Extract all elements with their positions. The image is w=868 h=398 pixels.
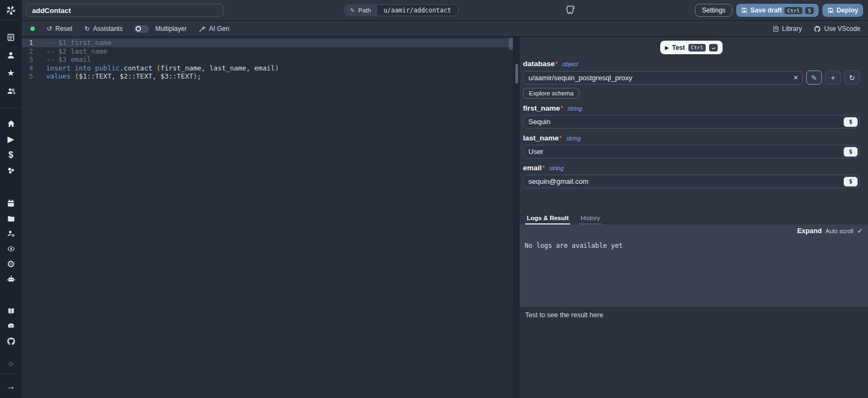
windmill-app: ★ ▶ $ ⚙ [0,0,868,398]
deploy-icon [827,7,834,14]
workers-icon[interactable] [0,226,22,241]
status-dot [30,27,35,31]
play-icon[interactable]: ▶ [0,131,22,147]
robot-icon[interactable] [0,272,22,287]
sidebar-divider [0,107,22,108]
undo-icon: ↺ [47,25,52,33]
field-type: string [567,105,582,112]
line-number: 2 [22,47,46,56]
insert-variable-button[interactable]: $ [844,147,858,157]
sun-icon[interactable]: ☼ [0,355,22,370]
tab-history[interactable]: History [579,215,602,224]
save-draft-button[interactable]: Save draft Ctrl S [736,4,819,17]
code-line[interactable]: 1-- $1 first_name [22,38,513,47]
required-asterisk: * [560,105,563,112]
plus-icon: + [831,74,835,82]
refresh-icon: ↻ [84,25,90,33]
users-icon[interactable] [0,82,22,100]
refresh-resource-button[interactable]: ↻ [844,70,860,85]
panel-splitter[interactable] [513,37,520,398]
script-title-input[interactable] [26,4,224,17]
save-icon [741,7,748,14]
list-icon[interactable] [0,28,22,46]
multiplayer-label: Multiplayer [155,25,187,33]
editor-toolbar: ↺ Reset ↻ Assistants Multiplayer AI Gen … [22,21,868,37]
tab-logs-result[interactable]: Logs & Result [525,215,570,224]
path-value: u/aamir/addcontact [376,4,458,16]
line-number: 5 [22,72,46,81]
explore-schema-button[interactable]: Explore schema [523,88,579,99]
folder-icon[interactable] [0,211,22,226]
insert-variable-button[interactable]: $ [844,117,858,127]
clear-icon[interactable]: × [794,73,798,83]
kbd-enter: ↵ [709,44,718,52]
home-icon[interactable] [0,115,22,131]
postgresql-icon [565,4,577,16]
expand-button[interactable]: Expand [797,227,821,235]
code-line[interactable]: 2-- $2 last_name [22,47,513,56]
code-text: insert into public.contact (first_name, … [46,64,279,73]
assistants-button[interactable]: ↻ Assistants [84,25,123,33]
path-label: Path [358,7,371,14]
field-name: first_name [523,104,560,112]
database-input[interactable] [523,71,803,85]
pencil-icon: ✎ [350,7,355,14]
windmill-logo[interactable] [0,0,22,20]
insert-variable-button[interactable]: $ [844,177,858,187]
settings-button[interactable]: Settings [695,4,732,17]
eye-icon[interactable] [0,241,22,256]
line-number: 4 [22,64,46,73]
edit-resource-button[interactable]: ✎ [806,70,822,85]
code-text: -- $3 email [46,55,91,64]
kbd-s: S [805,7,814,14]
deploy-button[interactable]: Deploy [822,4,863,17]
github-icon[interactable] [0,333,22,349]
code-line[interactable]: 3-- $3 email [22,55,513,64]
code-editor[interactable]: 1-- $1 first_name2-- $2 last_name3-- $3 … [22,37,513,398]
splitter-handle[interactable] [515,64,518,84]
user-icon[interactable] [0,46,22,64]
right-panel: ▶ Test Ctrl ↵ database* object × ✎ + [520,37,868,398]
result-empty-message: Test to see the result here [525,311,603,319]
logs-tabs: Logs & Result History [520,213,868,224]
email-input[interactable] [523,175,860,188]
multiplayer-toggle[interactable] [135,25,149,33]
editor-scrollbar[interactable] [509,37,513,398]
kbd-ctrl: Ctrl [688,44,706,52]
field-name: last_name [523,134,559,142]
star-icon[interactable]: ★ [0,64,22,82]
required-asterisk: * [542,164,545,172]
library-button[interactable]: Library [773,25,802,33]
reset-button[interactable]: ↺ Reset [47,25,72,33]
ai-gen-button[interactable]: AI Gen [199,25,229,33]
last-name-input[interactable] [523,145,860,158]
line-number: 3 [22,55,46,64]
library-icon [773,25,779,33]
topbar: ✎ Path u/aamir/addcontact Settings Save … [22,0,868,21]
code-line[interactable]: 4insert into public.contact (first_name,… [22,64,513,73]
required-asterisk: * [556,60,558,68]
logs-panel: Expand Auto scroll ✓ No logs are availab… [520,224,868,307]
github-circle-icon [814,25,821,33]
test-args-form: ▶ Test Ctrl ↵ database* object × ✎ + [520,37,868,213]
kbd-ctrl: Ctrl [784,7,802,14]
check-icon[interactable]: ✓ [857,227,863,235]
play-icon: ▶ [665,45,669,50]
first-name-input[interactable] [523,115,860,129]
code-text: -- $1 first_name [46,38,111,47]
use-vscode-button[interactable]: Use VScode [814,25,860,33]
book-icon[interactable] [0,303,22,318]
calendar-icon[interactable] [0,196,22,211]
gear-icon[interactable]: ⚙ [0,256,22,272]
resources-icon[interactable] [0,163,22,178]
sidebar: ★ ▶ $ ⚙ [0,0,22,398]
arrow-right-icon[interactable]: → [0,374,22,398]
dollar-icon[interactable]: $ [0,147,22,163]
discord-icon[interactable] [0,318,22,333]
test-button[interactable]: ▶ Test Ctrl ↵ [660,41,723,54]
field-type: object [562,61,578,67]
path-badge[interactable]: ✎ Path u/aamir/addcontact [343,4,458,16]
code-text: values ($1::TEXT, $2::TEXT, $3::TEXT); [46,72,201,81]
add-resource-button[interactable]: + [825,70,841,85]
code-line[interactable]: 5values ($1::TEXT, $2::TEXT, $3::TEXT); [22,72,513,81]
